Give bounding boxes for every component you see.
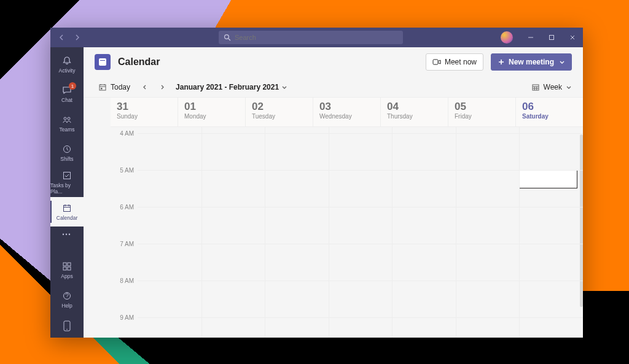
rail-label: Tasks by Pla... [50, 182, 84, 195]
rail-label: Chat [61, 97, 72, 103]
svg-rect-6 [64, 206, 71, 212]
svg-rect-5 [64, 172, 71, 179]
chevron-down-icon [566, 84, 572, 90]
meet-now-button[interactable]: Meet now [426, 53, 483, 71]
day-header[interactable]: 04Thursday [380, 98, 448, 126]
help-icon [61, 290, 72, 301]
hour-label: 9 AM [120, 314, 134, 321]
new-meeting-button[interactable]: New meeting [491, 53, 572, 71]
tasks-icon [61, 170, 72, 181]
day-gridline [519, 127, 520, 338]
search-input[interactable] [235, 34, 398, 41]
rail-item-calendar[interactable]: Calendar [50, 197, 84, 227]
day-number: 02 [252, 101, 307, 112]
view-picker[interactable]: Week [531, 83, 572, 91]
hour-gridline [138, 317, 583, 318]
svg-rect-17 [533, 85, 539, 90]
rail-label: Apps [61, 273, 72, 279]
hour-gridline [138, 170, 583, 171]
shifts-icon [61, 144, 72, 155]
rail-more[interactable]: ••• [50, 227, 84, 242]
calendar-toolbar: Today January 2021 - February 2021 Week [84, 77, 583, 98]
rail-label: Activity [59, 68, 76, 74]
svg-rect-9 [63, 267, 66, 270]
new-meeting-label: New meeting [509, 58, 554, 66]
forward-button[interactable] [70, 31, 84, 44]
prev-week-button[interactable] [139, 81, 151, 93]
app-rail: Activity Chat 1 Teams Shifts Tasks by Pl… [50, 47, 84, 338]
minimize-button[interactable] [520, 28, 541, 47]
calendar-grid: 31Sunday01Monday02Tuesday03Wednesday04Th… [84, 98, 583, 338]
today-label: Today [111, 83, 130, 91]
day-gridline [392, 127, 393, 338]
hour-label: 6 AM [120, 204, 134, 211]
rail-label: Help [61, 303, 72, 309]
teams-icon [61, 114, 72, 125]
video-icon [432, 58, 441, 66]
day-number: 05 [455, 101, 509, 112]
calendar-today-icon [98, 83, 107, 91]
svg-point-2 [64, 117, 66, 120]
close-button[interactable] [562, 28, 583, 47]
titlebar [50, 28, 583, 47]
calendar-icon [61, 203, 72, 214]
notification-badge: 1 [69, 82, 76, 90]
avatar[interactable] [501, 31, 513, 44]
day-number: 03 [319, 101, 374, 112]
app-window: Activity Chat 1 Teams Shifts Tasks by Pl… [50, 28, 583, 338]
hour-label: 8 AM [120, 277, 134, 284]
day-header[interactable]: 01Monday [178, 98, 245, 126]
rail-item-help[interactable]: Help [50, 285, 84, 314]
hour-label: 4 AM [120, 130, 134, 137]
date-range-label: January 2021 - February 2021 [176, 83, 279, 91]
rail-item-mobile[interactable] [50, 314, 84, 338]
selected-slot[interactable] [519, 170, 577, 188]
day-name: Sunday [117, 113, 171, 120]
day-header[interactable]: 03Wednesday [313, 98, 380, 126]
rail-item-activity[interactable]: Activity [50, 50, 84, 79]
date-range-picker[interactable]: January 2021 - February 2021 [176, 83, 287, 91]
day-gridline [329, 127, 329, 338]
day-gridline [265, 127, 265, 338]
day-header[interactable]: 31Sunday [111, 98, 178, 126]
hour-gridline [138, 281, 583, 281]
svg-rect-16 [101, 88, 103, 90]
day-name: Wednesday [319, 113, 374, 120]
day-gridline [456, 127, 456, 338]
plus-icon [498, 58, 505, 66]
svg-rect-8 [68, 263, 71, 266]
day-name: Saturday [522, 113, 577, 120]
rail-item-tasks[interactable]: Tasks by Pla... [50, 168, 84, 197]
bell-icon [61, 55, 72, 66]
day-header[interactable]: 05Friday [448, 98, 515, 126]
day-number: 04 [387, 101, 442, 112]
day-header[interactable]: 02Tuesday [245, 98, 313, 126]
day-headers: 31Sunday01Monday02Tuesday03Wednesday04Th… [111, 98, 583, 127]
rail-label: Calendar [57, 215, 78, 221]
apps-icon [61, 261, 72, 272]
calendar-scroll-area[interactable]: 4 AM5 AM6 AM7 AM8 AM9 AM [111, 127, 583, 338]
day-header[interactable]: 06Saturday [515, 98, 583, 126]
today-button[interactable]: Today [95, 81, 134, 93]
svg-rect-14 [433, 60, 438, 64]
day-number: 01 [184, 101, 239, 112]
hour-gridline [138, 133, 583, 134]
rail-item-shifts[interactable]: Shifts [50, 138, 84, 168]
maximize-button[interactable] [541, 28, 562, 47]
svg-rect-15 [100, 85, 106, 90]
search-box[interactable] [219, 31, 403, 44]
rail-item-chat[interactable]: Chat 1 [50, 79, 84, 109]
hour-gridline [138, 244, 583, 244]
day-name: Thursday [387, 113, 442, 120]
page-title: Calendar [118, 56, 160, 68]
svg-point-0 [225, 35, 229, 39]
svg-point-13 [66, 329, 68, 330]
back-button[interactable] [55, 31, 69, 44]
rail-item-teams[interactable]: Teams [50, 109, 84, 138]
day-name: Friday [455, 113, 509, 120]
rail-item-apps[interactable]: Apps [50, 255, 84, 285]
next-week-button[interactable] [156, 81, 168, 93]
day-name: Monday [184, 113, 239, 120]
meet-now-label: Meet now [445, 58, 477, 66]
calendar-badge-icon [95, 54, 111, 70]
